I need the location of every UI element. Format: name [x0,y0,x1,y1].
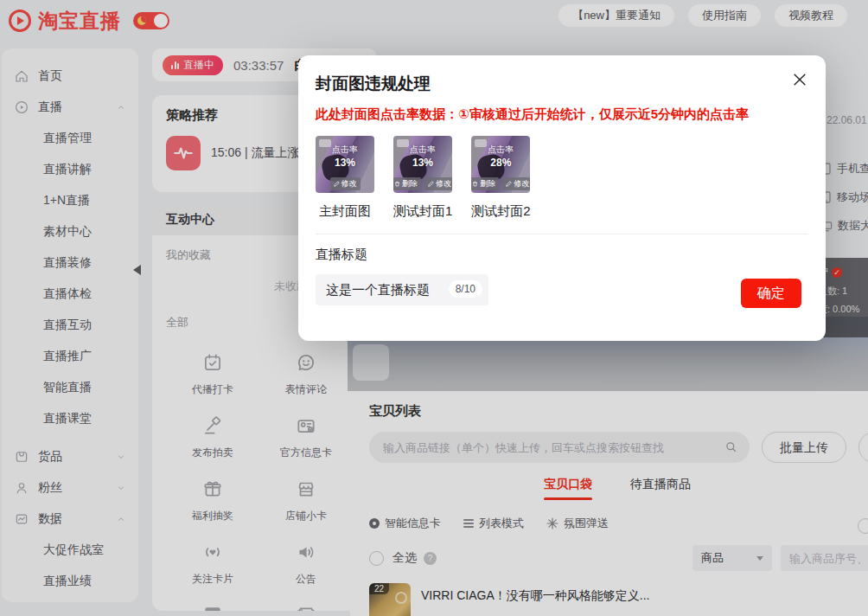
live-title-label: 直播标题 [316,247,808,263]
action-label: 修改 [341,178,357,189]
rate-value: 28% [471,157,530,169]
rate-value: 13% [393,157,452,169]
modal-divider [316,234,808,234]
rate-label: 点击率 [471,144,530,156]
live-title-field: 8/10 [316,274,488,305]
cover-violation-modal: 封面图违规处理 此处封面图点击率数据：①审核通过后开始统计，仅展示近5分钟内的点… [298,55,826,341]
action-label: 修改 [514,178,529,189]
edit-cover-button[interactable]: 修改 [330,177,361,190]
cover-label: 主封面图 [316,203,374,220]
edit-cover-button[interactable]: 修改 [502,177,530,190]
rate-label: 点击率 [316,144,374,156]
cover-rate: 点击率 28% [471,144,530,169]
cover-rate: 点击率 13% [393,144,452,169]
cover-label: 测试封面1 [393,203,452,220]
cover-test-2: 点击率 28% 删除 修改 测试封面2 [471,136,530,220]
cover-rate: 点击率 13% [316,144,374,169]
cover-image[interactable]: 点击率 13% 删除 修改 [393,136,452,193]
action-label: 删除 [402,178,418,189]
char-counter: 8/10 [449,280,482,298]
taobao-live-dashboard: 淘宝直播 【new】重要通知 使用指南 视频教程 首页 直播 直播管理 直播讲解… [0,0,868,616]
action-label: 修改 [436,178,451,189]
action-label: 删除 [480,178,495,189]
cover-main: 点击率 13% 修改 主封面图 [316,136,374,220]
confirm-button[interactable]: 确定 [741,279,801,308]
cover-test-1: 点击率 13% 删除 修改 测试封面1 [393,136,452,220]
delete-cover-button[interactable]: 删除 [393,177,421,190]
modal-title: 封面图违规处理 [316,73,808,95]
rate-label: 点击率 [393,144,452,156]
modal-notice-text: 此处封面图点击率数据：①审核通过后开始统计，仅展示近5分钟内的点击率 [316,106,808,123]
edit-cover-button[interactable]: 修改 [424,177,452,190]
cover-label: 测试封面2 [471,203,530,220]
rate-value: 13% [316,157,374,169]
cover-image[interactable]: 点击率 28% 删除 修改 [471,136,530,193]
delete-cover-button[interactable]: 删除 [471,177,499,190]
cover-image[interactable]: 点击率 13% 修改 [316,136,374,193]
close-icon[interactable] [791,71,808,88]
cover-list: 点击率 13% 修改 主封面图 点击率 13% [316,136,808,220]
